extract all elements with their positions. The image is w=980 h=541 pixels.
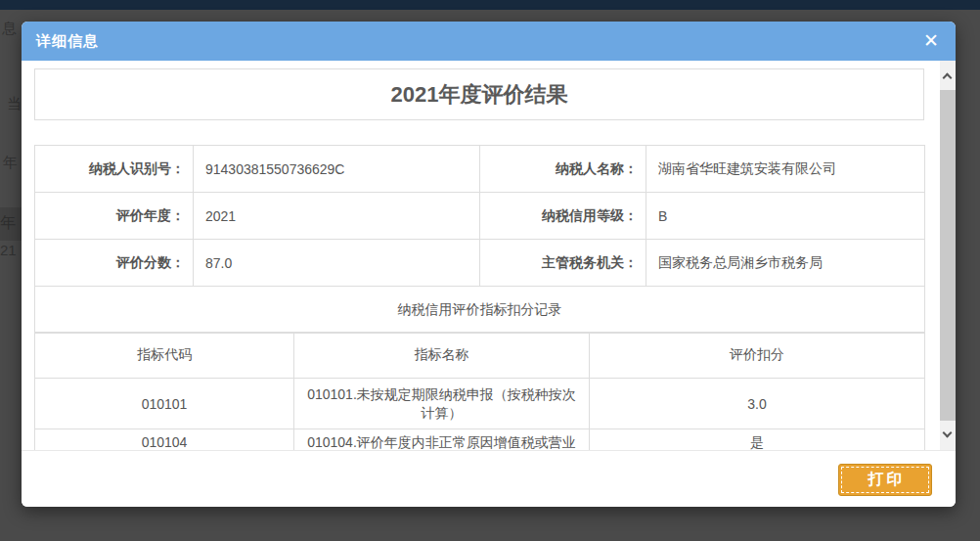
tax-authority-label: 主管税务机关： — [480, 240, 646, 287]
top-navigation-bar — [0, 0, 980, 10]
tax-authority-value: 国家税务总局湘乡市税务局 — [646, 240, 925, 287]
deduction-indicator-table: 指标代码 指标名称 评价扣分 010101 010101.未按规定期限纳税申报（… — [34, 332, 925, 450]
table-row: 010104 010104.评价年度内非正常原因增值税或营业税 是 — [35, 429, 925, 451]
evaluation-year-label: 评价年度： — [35, 193, 194, 240]
taxpayer-info-table: 纳税人识别号： 91430381550736629C 纳税人名称： 湖南省华旺建… — [34, 145, 925, 334]
evaluation-year-value: 2021 — [194, 193, 480, 240]
deduction-record-section-title: 纳税信用评价指标扣分记录 — [35, 287, 925, 334]
close-icon[interactable]: ✕ — [913, 22, 950, 61]
table-row: 010101 010101.未按规定期限纳税申报（按税种按次计算） 3.0 — [35, 379, 925, 429]
scroll-down-icon[interactable] — [943, 428, 953, 438]
table-row: 评价分数： 87.0 主管税务机关： 国家税务总局湘乡市税务局 — [35, 240, 925, 287]
background-text-fragment: 21 — [0, 242, 17, 258]
indicator-name-cell: 010101.未按规定期限纳税申报（按税种按次计算） — [294, 379, 590, 429]
dialog-footer: 打印 — [22, 450, 956, 507]
indicator-name-header: 指标名称 — [294, 333, 590, 379]
evaluation-score-label: 评价分数： — [35, 240, 194, 287]
print-button[interactable]: 打印 — [838, 464, 932, 496]
background-text-fragment: 年 — [0, 213, 16, 234]
indicator-code-cell: 010104 — [35, 429, 294, 451]
background-text-fragment: 当 — [7, 95, 22, 113]
evaluation-result-title: 2021年度评价结果 — [34, 68, 924, 120]
background-text-fragment: 息 — [2, 20, 17, 38]
indicator-name-cell: 010104.评价年度内非正常原因增值税或营业税 — [294, 429, 590, 451]
credit-rating-value: B — [646, 193, 925, 240]
indicator-code-cell: 010101 — [35, 379, 294, 429]
table-row: 纳税人识别号： 91430381550736629C 纳税人名称： 湖南省华旺建… — [35, 146, 925, 193]
background-text-fragment: 年 — [3, 154, 18, 172]
table-row: 评价年度： 2021 纳税信用等级： B — [35, 193, 925, 240]
indicator-code-header: 指标代码 — [35, 333, 294, 379]
credit-rating-label: 纳税信用等级： — [480, 193, 646, 240]
deduction-score-cell: 3.0 — [590, 379, 925, 429]
taxpayer-id-value: 91430381550736629C — [194, 146, 480, 193]
scroll-up-icon[interactable] — [943, 73, 953, 83]
detail-info-dialog: 详细信息 ✕ 2021年度评价结果 纳税人识别号： 91430381550736… — [22, 22, 956, 507]
taxpayer-id-label: 纳税人识别号： — [35, 146, 194, 193]
taxpayer-name-value: 湖南省华旺建筑安装有限公司 — [646, 146, 925, 193]
table-header-row: 指标代码 指标名称 评价扣分 — [35, 333, 925, 379]
evaluation-score-value: 87.0 — [194, 240, 480, 287]
dialog-body: 2021年度评价结果 纳税人识别号： 91430381550736629C 纳税… — [22, 61, 956, 450]
taxpayer-name-label: 纳税人名称： — [480, 146, 646, 193]
scrollbar-thumb[interactable] — [940, 90, 956, 421]
dialog-header: 详细信息 ✕ — [22, 22, 956, 61]
table-row: 纳税信用评价指标扣分记录 — [35, 287, 925, 334]
dialog-title: 详细信息 — [36, 22, 99, 61]
vertical-scrollbar[interactable] — [940, 61, 956, 450]
deduction-score-header: 评价扣分 — [590, 333, 925, 379]
deduction-score-cell: 是 — [590, 429, 925, 451]
